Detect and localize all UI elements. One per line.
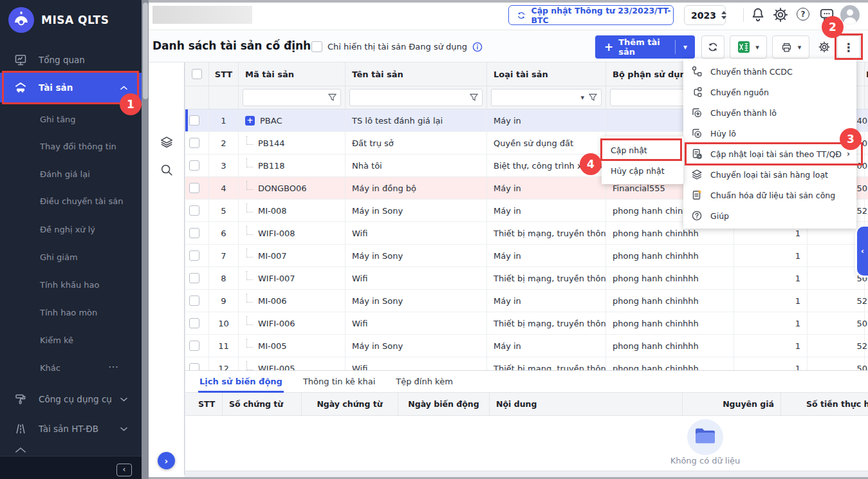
row-checkbox[interactable]	[189, 363, 199, 370]
menu-item-cancel-lot[interactable]: Hủy lô	[683, 123, 856, 144]
export-excel-button[interactable]: ▾	[730, 35, 767, 59]
filter-input-name[interactable]	[349, 89, 483, 106]
header-select-all[interactable]	[185, 62, 209, 86]
header-code[interactable]: Mã tài sản	[239, 62, 346, 86]
row-checkbox[interactable]	[189, 296, 199, 306]
row-checkbox[interactable]	[189, 205, 199, 216]
more-icon[interactable]: ⋯	[108, 361, 119, 373]
table-row[interactable]: 10 WIFI-006 Wifi Thiết bị mạng, truyền t…	[185, 312, 868, 335]
annotation-step-2: 2	[822, 16, 844, 38]
year-stepper[interactable]	[721, 11, 726, 19]
help-icon[interactable]: ?	[795, 6, 812, 23]
table-row[interactable]: 8 WIFI-007 Wifi Thiết bị mạng, truyền th…	[185, 267, 868, 290]
collapse-right-panel-button[interactable]: ‹	[857, 227, 868, 276]
expand-row-icon[interactable]: +	[245, 116, 255, 126]
tab-attachments[interactable]: Tệp đính kèm	[394, 371, 454, 393]
sidebar-item-tools[interactable]: Công cụ dụng cụ	[0, 386, 142, 412]
cell-type: Máy in	[487, 245, 606, 267]
table-row[interactable]: 11 MI-005 Máy in Sony Máy in phong hanh …	[185, 335, 868, 357]
print-button[interactable]: ▾	[772, 35, 809, 59]
sidebar-item-assets[interactable]: Tài sản	[0, 73, 142, 102]
table-row[interactable]: 12 WIFI-005 Wifi Thiết bị mạng, truyền t…	[185, 357, 868, 370]
grid-settings-button[interactable]	[815, 35, 834, 59]
update-circular-button[interactable]: Cập nhật Thông tư 23/2023/TT-BTC	[508, 5, 674, 25]
dheader-doc-no: Số chứng từ	[223, 393, 302, 415]
row-checkbox[interactable]	[189, 160, 199, 171]
expand-panel-button[interactable]: ›	[158, 452, 175, 469]
cell-stt: 8	[209, 267, 239, 289]
submenu-item-cancel-update[interactable]: Hủy cập nhật	[602, 160, 683, 181]
filter-input-code[interactable]	[243, 89, 341, 106]
sidebar-sub-ghi-tang[interactable]: Ghi tăng	[40, 113, 76, 126]
sidebar-sub-kiem-ke[interactable]: Kiểm kê	[40, 334, 73, 347]
header-stt[interactable]: STT	[209, 62, 239, 86]
settings-gear-icon[interactable]	[772, 6, 789, 23]
row-checkbox[interactable]	[189, 273, 199, 283]
sidebar-sub-de-nghi[interactable]: Đề nghị xử lý	[40, 223, 95, 236]
tree-indent	[246, 249, 253, 258]
row-checkbox[interactable]	[189, 250, 199, 261]
sidebar-sub-ghi-giam[interactable]: Ghi giảm	[40, 251, 78, 264]
submenu-item-update[interactable]: Cập nhật	[602, 140, 683, 160]
row-checkbox[interactable]	[189, 115, 199, 126]
menu-item-help[interactable]: Giúp	[683, 205, 856, 226]
sidebar-sub-danh-gia[interactable]: Đánh giá lại	[40, 168, 90, 181]
filter-select-type[interactable]: ▾	[491, 89, 602, 106]
sidebar-sub-khac[interactable]: Khác	[40, 362, 60, 375]
menu-item-update-asset-type[interactable]: Cập nhật loại tài sản theo TT/QĐ ›	[683, 144, 856, 164]
menu-item-convert-lot[interactable]: Chuyển thành lô	[683, 102, 856, 123]
info-icon[interactable]	[472, 42, 483, 52]
step-down-icon[interactable]	[721, 16, 726, 19]
tab-declaration[interactable]: Thông tin kê khai	[302, 371, 376, 393]
row-checkbox[interactable]	[189, 228, 199, 238]
cell-code: DONGBO06	[239, 177, 346, 199]
table-row[interactable]: 7 MI-007 Máy in Sony Máy in phong hanh c…	[185, 245, 868, 267]
only-in-use-checkbox[interactable]	[311, 41, 322, 52]
add-asset-dropdown[interactable]: ▾	[676, 42, 695, 52]
filter-cell-name	[346, 86, 487, 109]
step-up-icon[interactable]	[721, 11, 726, 14]
sidebar-item-infra[interactable]: Tài sản HT-ĐB	[0, 416, 142, 442]
cell-dept: phong hanh chinhhh	[606, 245, 734, 267]
menu-item-bulk-convert-type[interactable]: Chuyển loại tài sản hàng loạt	[683, 164, 856, 185]
sidebar-sub-hao-mon[interactable]: Tính hao mòn	[40, 306, 97, 319]
more-actions-button[interactable]: ⋮	[837, 35, 860, 59]
header-type[interactable]: Loại tài sản	[487, 62, 606, 86]
select-all-checkbox[interactable]	[192, 69, 202, 79]
sidebar-collapse-button[interactable]: ‹	[116, 464, 132, 476]
cell-stt: 7	[209, 245, 239, 267]
sidebar-scrollbar[interactable]	[142, 0, 149, 479]
sidebar-sub-dieu-chuyen[interactable]: Điều chuyển tài sản	[40, 195, 124, 208]
row-checkbox[interactable]	[189, 138, 199, 148]
cell-stt: 12	[209, 357, 239, 370]
notifications-bell-icon[interactable]	[750, 6, 766, 23]
person-icon	[840, 5, 860, 24]
year-selector[interactable]: 2023	[684, 5, 726, 25]
row-checkbox[interactable]	[189, 183, 199, 193]
scrollbar-thumb[interactable]	[143, 3, 148, 99]
tab-history[interactable]: Lịch sử biến động	[198, 371, 284, 393]
sidebar-sub-khau-hao[interactable]: Tính khấu hao	[40, 279, 99, 292]
add-asset-button[interactable]: + Thêm tài sản ▾	[595, 35, 695, 59]
sidebar-item-overview[interactable]: Tổng quan	[0, 47, 142, 73]
menu-item-convert-ccdc[interactable]: Chuyển thành CCDC	[683, 61, 856, 82]
add-asset-label: Thêm tài sản	[618, 37, 675, 57]
table-row[interactable]: 9 MI-006 Máy in Sony Máy in phong hanh c…	[185, 290, 868, 312]
menu-item-standardize-data[interactable]: Chuẩn hóa dữ liệu tài sản công	[683, 185, 856, 205]
cell-type: Máy in	[487, 335, 606, 357]
detail-panel: Lịch sử biến động Thông tin kê khai Tệp …	[185, 370, 868, 477]
sidebar-sub-thay-doi[interactable]: Thay đổi thông tin	[40, 140, 116, 153]
user-avatar[interactable]	[840, 5, 860, 24]
menu-item-convert-source[interactable]: Chuyển nguồn	[683, 82, 856, 102]
refresh-button[interactable]	[701, 35, 725, 59]
header-clipped[interactable]: N	[865, 62, 868, 86]
search-icon[interactable]	[160, 163, 174, 177]
funnel-icon	[328, 93, 337, 102]
row-checkbox[interactable]	[189, 318, 199, 328]
layers-panel-icon[interactable]	[160, 135, 174, 149]
header-name[interactable]: Tên tài sản	[346, 62, 487, 86]
menu-item-label: Chuyển loại tài sản hàng loạt	[710, 170, 828, 180]
cell-qty: 1	[734, 267, 808, 289]
row-checkbox[interactable]	[189, 341, 199, 351]
gear-icon	[818, 41, 831, 53]
